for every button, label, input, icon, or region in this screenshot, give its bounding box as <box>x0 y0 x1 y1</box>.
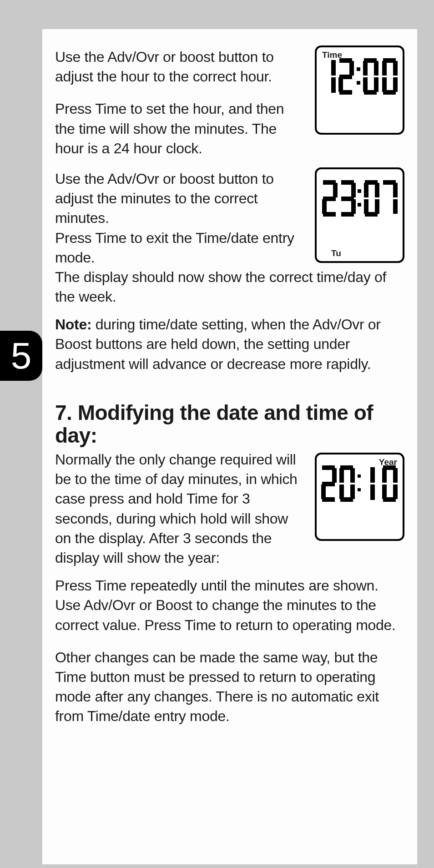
svg-rect-17 <box>393 61 398 76</box>
svg-rect-46 <box>322 497 335 502</box>
svg-rect-3 <box>349 61 354 76</box>
svg-rect-14 <box>364 90 377 95</box>
para-note: Note: during time/date setting, when the… <box>55 315 404 374</box>
note-label: Note: <box>55 316 91 333</box>
svg-rect-6 <box>339 90 352 95</box>
lcd-display-year: Year <box>315 453 404 541</box>
svg-rect-40 <box>393 183 398 197</box>
svg-rect-24 <box>322 199 327 214</box>
svg-rect-31 <box>358 189 361 193</box>
page-content: Time Use the Adv/Ovr or boost button to … <box>42 29 417 864</box>
svg-rect-29 <box>351 199 356 214</box>
svg-rect-54 <box>358 488 361 491</box>
svg-rect-10 <box>363 61 368 76</box>
lcd-display-time-day: Tu <box>315 167 404 263</box>
svg-rect-49 <box>350 468 355 483</box>
svg-rect-25 <box>323 212 336 217</box>
svg-rect-0 <box>331 60 336 76</box>
svg-rect-52 <box>340 497 353 502</box>
svg-rect-22 <box>333 183 338 197</box>
svg-rect-13 <box>374 77 378 92</box>
svg-rect-55 <box>370 467 375 483</box>
svg-rect-41 <box>393 199 398 214</box>
svg-rect-53 <box>358 474 361 478</box>
lcd-digits-2307 <box>319 179 400 220</box>
svg-rect-30 <box>341 212 354 217</box>
svg-rect-50 <box>339 484 344 499</box>
heading-modify-date-time: 7. Modifying the date and time of day: <box>55 401 404 447</box>
svg-rect-19 <box>393 77 398 92</box>
svg-rect-5 <box>338 77 343 92</box>
svg-rect-35 <box>375 183 379 197</box>
svg-rect-45 <box>321 484 326 499</box>
svg-rect-8 <box>357 81 360 85</box>
lcd-digits-1200 <box>319 57 400 98</box>
para-display-correct: The display should now show the correct … <box>55 267 404 307</box>
svg-rect-60 <box>382 484 387 499</box>
note-body: during time/date setting, when the Adv/O… <box>55 316 381 372</box>
svg-rect-58 <box>382 468 387 483</box>
svg-rect-56 <box>370 484 375 500</box>
svg-rect-38 <box>365 212 378 217</box>
svg-rect-34 <box>364 183 368 197</box>
svg-rect-62 <box>383 497 396 502</box>
para-press-time: Press Time repeatedly until the minutes … <box>55 576 404 635</box>
svg-rect-36 <box>364 199 368 214</box>
svg-rect-18 <box>382 77 387 92</box>
svg-rect-1 <box>331 77 336 93</box>
svg-rect-61 <box>393 484 398 499</box>
svg-rect-37 <box>375 199 379 214</box>
para-other-changes: Other changes can be made the same way, … <box>55 648 404 727</box>
svg-rect-11 <box>374 61 378 76</box>
svg-rect-16 <box>382 61 387 76</box>
lcd-label-tu: Tu <box>331 248 341 258</box>
svg-rect-59 <box>393 468 398 483</box>
lcd-digits-2010 <box>319 464 400 505</box>
svg-rect-20 <box>383 90 396 95</box>
svg-rect-51 <box>350 484 355 499</box>
svg-rect-12 <box>363 77 368 92</box>
svg-rect-43 <box>332 468 337 483</box>
svg-rect-48 <box>339 468 344 483</box>
svg-rect-27 <box>351 183 356 197</box>
page-number-tab: 5 <box>0 331 42 381</box>
svg-rect-7 <box>357 67 360 71</box>
lcd-display-time: Time <box>315 45 404 135</box>
svg-rect-32 <box>358 203 361 207</box>
